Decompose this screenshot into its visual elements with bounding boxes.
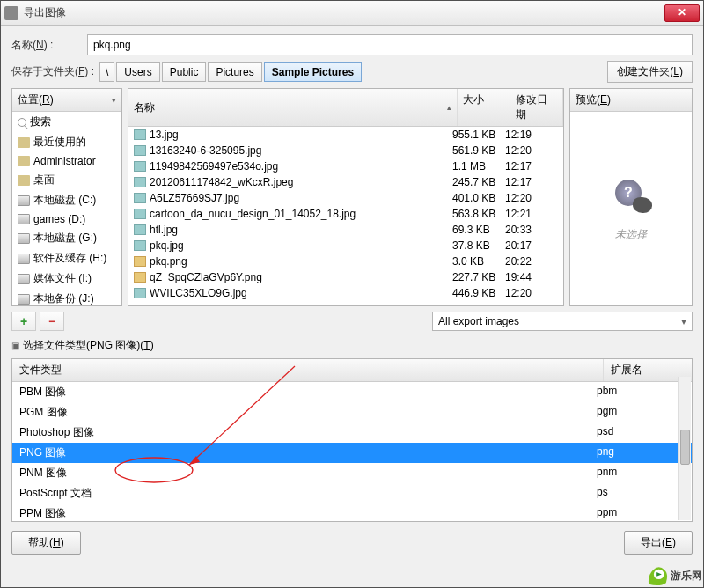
file-size: 955.1 KB bbox=[452, 129, 505, 141]
file-row[interactable]: 13.jpg955.1 KB12:19 bbox=[128, 127, 563, 143]
file-name: pkq.jpg bbox=[150, 239, 452, 252]
places-item[interactable]: Administrator bbox=[12, 152, 121, 170]
add-bookmark-button[interactable]: + bbox=[11, 312, 36, 331]
remove-bookmark-button[interactable]: − bbox=[40, 312, 64, 331]
places-item[interactable]: 本地磁盘 (G:) bbox=[12, 228, 121, 248]
folder-icon bbox=[18, 156, 30, 166]
file-row[interactable]: qZ_SpqCZlaGVp6Y.png227.7 KB19:44 bbox=[128, 269, 563, 285]
titlebar[interactable]: 导出图像 ✕ bbox=[1, 1, 703, 26]
file-name: qZ_SpqCZlaGVp6Y.png bbox=[150, 271, 452, 283]
file-icon bbox=[134, 288, 146, 298]
file-row[interactable]: WVILC35XLO9G.jpg446.9 KB12:20 bbox=[128, 285, 563, 301]
savein-row: 保存于文件夹(F) : \UsersPublicPicturesSample P… bbox=[11, 61, 693, 83]
file-name: 11949842569497e534o.jpg bbox=[150, 160, 452, 173]
places-item[interactable]: 软件及缓存 (H:) bbox=[12, 248, 121, 268]
name-label: 名称(N) : bbox=[11, 38, 82, 53]
file-row[interactable]: A5LZ57669SJ7.jpg401.0 KB12:20 bbox=[128, 190, 563, 206]
file-icon bbox=[134, 177, 146, 187]
file-row[interactable]: 13163240-6-325095.jpg561.9 KB12:20 bbox=[128, 143, 563, 158]
file-name: 13163240-6-325095.jpg bbox=[150, 144, 452, 157]
file-type-row[interactable]: PostScript 文档ps bbox=[12, 483, 692, 503]
file-row[interactable]: 11949842569497e534o.jpg1.1 MB12:17 bbox=[128, 158, 563, 174]
places-item[interactable]: games (D:) bbox=[12, 210, 121, 228]
file-filter-select[interactable]: All export images▾ bbox=[432, 312, 693, 331]
help-button[interactable]: 帮助(H) bbox=[11, 531, 81, 555]
types-list: PBM 图像pbmPGM 图像pgmPhotoshop 图像psdPNG 图像p… bbox=[12, 382, 692, 521]
files-list: 13.jpg955.1 KB12:1913163240-6-325095.jpg… bbox=[128, 127, 563, 305]
file-type-row[interactable]: PBM 图像pbm bbox=[12, 382, 692, 402]
preview-empty-text: 未选择 bbox=[615, 227, 647, 242]
disk-icon bbox=[18, 195, 30, 206]
file-type-row[interactable]: Photoshop 图像psd bbox=[12, 423, 692, 443]
types-scrollbar[interactable] bbox=[678, 377, 691, 520]
places-item-label: games (D:) bbox=[33, 213, 85, 225]
file-type-name: PNM 图像 bbox=[19, 466, 597, 481]
file-type-ext: pbm bbox=[597, 385, 685, 400]
file-name: 13.jpg bbox=[150, 129, 452, 141]
file-type-row[interactable]: PPM 图像ppm bbox=[12, 503, 692, 521]
bottom-buttons: 帮助(H) 导出(E) bbox=[11, 527, 693, 555]
filename-input[interactable] bbox=[87, 34, 693, 55]
file-name: A5LZ57669SJ7.jpg bbox=[150, 192, 452, 204]
places-item[interactable]: 桌面 bbox=[12, 170, 121, 190]
savein-label: 保存于文件夹(F) : bbox=[11, 64, 94, 79]
name-row: 名称(N) : bbox=[11, 34, 693, 55]
file-row[interactable]: pkq.png3.0 KB20:22 bbox=[128, 254, 563, 269]
file-size: 227.7 KB bbox=[452, 271, 505, 283]
file-size: 561.9 KB bbox=[452, 144, 505, 157]
folder-icon bbox=[18, 137, 30, 148]
file-icon bbox=[134, 161, 146, 172]
breadcrumb-segment[interactable]: \ bbox=[99, 62, 114, 82]
breadcrumb-segment[interactable]: Pictures bbox=[208, 62, 261, 82]
file-type-expander[interactable]: ▣ 选择文件类型(PNG 图像)(T) bbox=[11, 336, 693, 353]
file-type-ext: ppm bbox=[597, 506, 685, 521]
places-item-label: 搜索 bbox=[30, 114, 51, 129]
file-name: htl.jpg bbox=[150, 224, 452, 236]
file-type-row[interactable]: PNG 图像png bbox=[12, 443, 692, 463]
file-date: 20:17 bbox=[505, 239, 558, 252]
file-icon bbox=[134, 272, 146, 283]
chevron-down-icon: ▾ bbox=[681, 315, 686, 327]
file-date: 20:22 bbox=[505, 255, 558, 268]
types-col-name[interactable]: 文件类型 bbox=[12, 359, 604, 381]
files-col-size[interactable]: 大小 bbox=[458, 89, 510, 126]
places-item[interactable]: 最近使用的 bbox=[12, 132, 121, 152]
files-col-date[interactable]: 修改日期 bbox=[510, 89, 563, 126]
places-item[interactable]: 媒体文件 (I:) bbox=[12, 268, 121, 289]
file-row[interactable]: pkq.jpg37.8 KB20:17 bbox=[128, 238, 563, 254]
scrollbar-thumb[interactable] bbox=[680, 430, 690, 465]
breadcrumb-segment[interactable]: Users bbox=[116, 62, 159, 82]
close-button[interactable]: ✕ bbox=[664, 4, 700, 22]
file-icon bbox=[134, 240, 146, 251]
file-type-name: PNG 图像 bbox=[19, 445, 597, 460]
files-col-name[interactable]: 名称▴ bbox=[128, 89, 458, 126]
file-icon bbox=[134, 209, 146, 219]
places-item-label: 软件及缓存 (H:) bbox=[33, 251, 106, 266]
file-size: 1.1 MB bbox=[452, 160, 505, 173]
places-item[interactable]: 搜索 bbox=[12, 112, 121, 132]
breadcrumb-segment[interactable]: Sample Pictures bbox=[264, 62, 362, 82]
preview-body: ? 未选择 bbox=[570, 112, 692, 305]
file-type-row[interactable]: PGM 图像pgm bbox=[12, 402, 692, 423]
types-header: 文件类型 扩展名 bbox=[12, 359, 692, 382]
file-row[interactable]: 20120611174842_wKcxR.jpeg245.7 KB12:17 bbox=[128, 174, 563, 190]
places-header[interactable]: 位置(R)▾ bbox=[12, 89, 121, 112]
file-size: 3.0 KB bbox=[452, 255, 505, 268]
file-type-ext: pnm bbox=[597, 466, 685, 481]
file-row[interactable]: htl.jpg69.3 KB20:33 bbox=[128, 222, 563, 238]
breadcrumb-segment[interactable]: Public bbox=[162, 62, 207, 82]
file-type-name: PBM 图像 bbox=[19, 385, 597, 400]
file-row[interactable]: cartoon_da_nucu_design_01_14052_18.jpg56… bbox=[128, 206, 563, 222]
create-folder-button[interactable]: 创建文件夹(L) bbox=[607, 61, 693, 83]
file-name: WVILC35XLO9G.jpg bbox=[150, 287, 452, 299]
places-item[interactable]: 本地备份 (J:) bbox=[12, 289, 121, 305]
places-item[interactable]: 本地磁盘 (C:) bbox=[12, 190, 121, 210]
file-date: 20:33 bbox=[505, 224, 558, 236]
file-type-name: PPM 图像 bbox=[19, 506, 597, 521]
file-type-ext: png bbox=[597, 445, 685, 460]
export-button[interactable]: 导出(E) bbox=[624, 531, 693, 555]
file-type-row[interactable]: PNM 图像pnm bbox=[12, 463, 692, 483]
window-title: 导出图像 bbox=[24, 5, 664, 20]
places-panel: 位置(R)▾ 搜索最近使用的Administrator桌面本地磁盘 (C:)ga… bbox=[11, 88, 122, 306]
middle-panels: 位置(R)▾ 搜索最近使用的Administrator桌面本地磁盘 (C:)ga… bbox=[11, 88, 693, 306]
